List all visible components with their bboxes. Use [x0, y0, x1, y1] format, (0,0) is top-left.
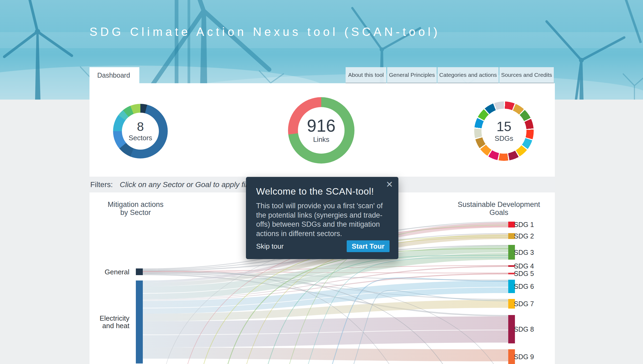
sector-label-electricity-and-heat[interactable]: and heat [102, 322, 130, 330]
sector-node-general[interactable] [136, 268, 143, 275]
tab-label: General Principles [389, 72, 435, 78]
sdgs-count-label: SDGs [495, 134, 513, 143]
page-title: SDG Climate Action Nexus tool (SCAN-tool… [89, 25, 440, 39]
tab-dashboard-label: Dashboard [97, 71, 130, 79]
filters-label: Filters: [90, 180, 113, 189]
close-icon[interactable]: ✕ [386, 180, 393, 189]
sectors-donut-chart: 8 Sectors [113, 104, 168, 158]
tab-label: Sources and Credits [501, 72, 552, 78]
tab-categories-and-actions[interactable]: Categories and actions [438, 67, 499, 83]
start-tour-button[interactable]: Start Tour [347, 240, 390, 252]
skip-tour-link[interactable]: Skip tour [256, 242, 284, 251]
goal-label-sdg-7[interactable]: SDG 7 [514, 300, 534, 308]
sdgs-count: 15 [496, 120, 511, 133]
sdgs-donut-chart: 15 SDGs [474, 101, 534, 161]
goal-label-sdg-3[interactable]: SDG 3 [514, 249, 534, 256]
links-count-label: Links [313, 135, 330, 144]
goal-label-sdg-2[interactable]: SDG 2 [514, 232, 534, 240]
tab-sources-and-credits[interactable]: Sources and Credits [499, 67, 554, 83]
links-count: 916 [307, 117, 336, 134]
tab-label: About this tool [348, 72, 384, 78]
sector-node-electricity-and-heat[interactable] [136, 280, 143, 363]
left-heading: by Sector [120, 208, 151, 217]
left-heading: Mitigation actions [108, 200, 164, 208]
scan-tool-page: SDG Climate Action Nexus tool (SCAN-tool… [0, 0, 643, 364]
filters-hint: Click on any Sector or Goal to apply fil… [120, 180, 261, 189]
sectors-count: 8 [137, 120, 144, 133]
welcome-modal: ✕ Welcome to the SCAN-tool! This tool wi… [246, 177, 398, 259]
goal-label-sdg-4[interactable]: SDG 4 [514, 262, 534, 270]
modal-body: This tool will provide you a first 'scan… [256, 201, 388, 238]
modal-title: Welcome to the SCAN-tool! [256, 186, 388, 197]
goal-label-sdg-8[interactable]: SDG 8 [514, 325, 534, 333]
goal-label-sdg-1[interactable]: SDG 1 [514, 221, 534, 228]
sector-label-electricity-and-heat[interactable]: Electricity [100, 314, 129, 322]
goal-label-sdg-5[interactable]: SDG 5 [514, 270, 534, 277]
sectors-count-label: Sectors [129, 134, 152, 142]
goal-label-sdg-9[interactable]: SDG 9 [514, 353, 534, 361]
tab-dashboard[interactable]: Dashboard [89, 67, 139, 83]
tab-about-this-tool[interactable]: About this tool [346, 67, 386, 83]
right-heading: Goals [489, 208, 509, 217]
links-donut-chart: 916 Links [288, 97, 354, 164]
sankey-flow [143, 347, 508, 361]
sector-label-general[interactable]: General [105, 268, 130, 276]
tab-group: About this tool General Principles Categ… [346, 67, 554, 83]
right-heading: Sustainable Development [458, 200, 540, 208]
goal-label-sdg-6[interactable]: SDG 6 [514, 283, 534, 290]
tab-general-principles[interactable]: General Principles [387, 67, 437, 83]
tab-label: Categories and actions [439, 72, 497, 78]
